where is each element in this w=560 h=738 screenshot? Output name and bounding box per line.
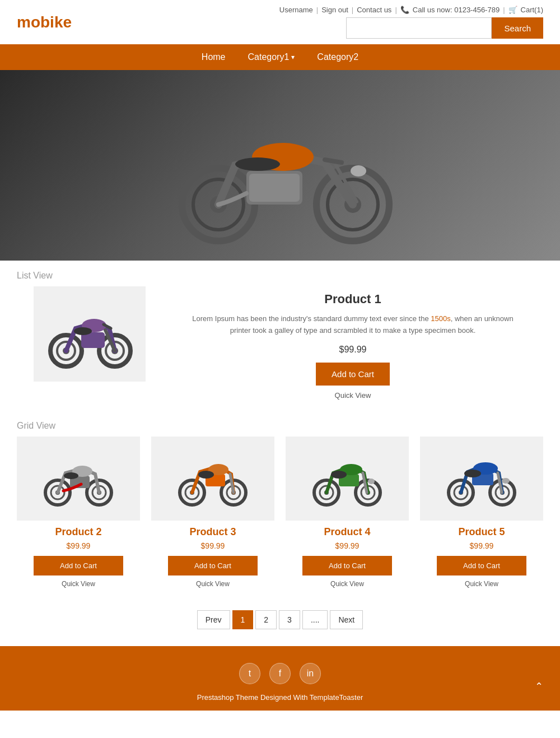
cart-icon: 🛒 (508, 6, 517, 14)
product3-quick-view[interactable]: Quick View (151, 580, 274, 588)
product1-motorcycle-icon (45, 298, 134, 370)
page-1-button[interactable]: 1 (232, 610, 254, 629)
grid-view: Product 2 $99.99 Add to Cart Quick View … (0, 437, 560, 599)
product5-add-to-cart-button[interactable]: Add to Cart (437, 556, 526, 575)
product2-image (17, 437, 140, 521)
page-ellipsis[interactable]: .... (302, 610, 328, 629)
pagination: Prev 1 2 3 .... Next (0, 599, 560, 646)
product5-title: Product 5 (420, 526, 543, 538)
footer-social: t f in (0, 663, 560, 684)
svg-point-65 (502, 478, 510, 484)
svg-point-52 (331, 471, 347, 479)
product5-motorcycle-icon (445, 451, 518, 507)
product4-motorcycle-icon (311, 451, 384, 507)
phone-number: Call us now: 0123-456-789 (413, 6, 500, 14)
product2-motorcycle-icon (42, 451, 115, 507)
footer: t f in Prestashop Theme Designed With Te… (0, 646, 560, 711)
product1-add-to-cart-button[interactable]: Add to Cart (316, 363, 390, 386)
product5-image (420, 437, 543, 521)
page-3-button[interactable]: 3 (279, 610, 300, 629)
twitter-button[interactable]: t (239, 663, 260, 684)
hero-motorcycle (140, 81, 420, 249)
svg-point-22 (74, 327, 92, 335)
search-input[interactable] (346, 17, 492, 39)
svg-point-33 (64, 472, 78, 479)
linkedin-button[interactable]: in (300, 663, 321, 684)
list-view: Product 1 Lorem Ipsum has been the indus… (0, 286, 560, 411)
nav-category2[interactable]: Category2 (317, 52, 358, 62)
top-links: Username | Sign out | Contact us | 📞 Cal… (279, 6, 543, 14)
svg-point-54 (368, 479, 375, 484)
product5-item: Product 5 $99.99 Add to Cart Quick View (420, 437, 543, 588)
back-to-top-button[interactable]: ⌃ (535, 680, 543, 693)
phone-icon: 📞 (400, 6, 409, 14)
product4-title: Product 4 (286, 526, 409, 538)
product1-image (34, 286, 146, 382)
main-nav: Home Category1 Category2 (0, 44, 560, 70)
product5-price: $99.99 (420, 541, 543, 550)
footer-tagline: Prestashop Theme Designed With TemplateT… (0, 693, 560, 702)
product1-price: $99.99 (162, 345, 543, 355)
product4-image (286, 437, 409, 521)
product2-quick-view[interactable]: Quick View (17, 580, 140, 588)
search-bar: Search (346, 17, 543, 39)
product2-add-to-cart-button[interactable]: Add to Cart (34, 556, 123, 575)
svg-point-13 (351, 165, 366, 177)
hero-banner (0, 70, 560, 261)
product1-title: Product 1 (162, 292, 543, 307)
product2-price: $99.99 (17, 541, 140, 550)
page-2-button[interactable]: 2 (255, 610, 277, 629)
facebook-button[interactable]: f (269, 663, 291, 684)
product4-add-to-cart-button[interactable]: Add to Cart (302, 556, 392, 575)
product4-price: $99.99 (286, 541, 409, 550)
product3-title: Product 3 (151, 526, 274, 538)
header: mobike Username | Sign out | Contact us … (0, 0, 560, 39)
page-prev-button[interactable]: Prev (197, 610, 230, 629)
product2-item: Product 2 $99.99 Add to Cart Quick View (17, 437, 140, 588)
product1-desc-link[interactable]: 1500s (431, 314, 450, 323)
product5-quick-view[interactable]: Quick View (420, 580, 543, 588)
nav-category1[interactable]: Category1 (248, 52, 295, 62)
product3-add-to-cart-button[interactable]: Add to Cart (168, 556, 258, 575)
product4-item: Product 4 $99.99 Add to Cart Quick View (286, 437, 409, 588)
cart-link[interactable]: Cart(1) (521, 6, 543, 14)
top-right: Username | Sign out | Contact us | 📞 Cal… (279, 6, 543, 39)
svg-line-12 (325, 160, 342, 163)
product3-image (151, 437, 274, 521)
svg-point-63 (464, 470, 481, 477)
product3-motorcycle-icon (176, 451, 249, 507)
product1-info: Product 1 Lorem Ipsum has been the indus… (162, 286, 543, 400)
page-next-button[interactable]: Next (330, 610, 363, 629)
list-view-label: List View (0, 261, 560, 286)
logo[interactable]: mobike (17, 13, 72, 31)
product4-quick-view[interactable]: Quick View (286, 580, 409, 588)
svg-rect-7 (249, 174, 300, 202)
product3-price: $99.99 (151, 541, 274, 550)
svg-line-64 (498, 473, 502, 493)
signout-link[interactable]: Sign out (321, 6, 348, 14)
product2-title: Product 2 (17, 526, 140, 538)
logo-text: obike (31, 13, 72, 31)
footer-inner: t f in Prestashop Theme Designed With Te… (0, 663, 560, 702)
grid-view-label: Grid View (0, 411, 560, 437)
search-button[interactable]: Search (492, 17, 543, 39)
product1-description: Lorem Ipsum has been the industry's stan… (190, 313, 515, 337)
nav-home[interactable]: Home (202, 52, 226, 62)
product1-quick-view[interactable]: Quick View (162, 391, 543, 400)
contact-link[interactable]: Contact us (357, 6, 391, 14)
logo-accent: m (17, 13, 31, 31)
product3-item: Product 3 $99.99 Add to Cart Quick View (151, 437, 274, 588)
svg-point-9 (235, 157, 280, 171)
username-link[interactable]: Username (279, 6, 313, 14)
svg-point-42 (198, 471, 214, 479)
